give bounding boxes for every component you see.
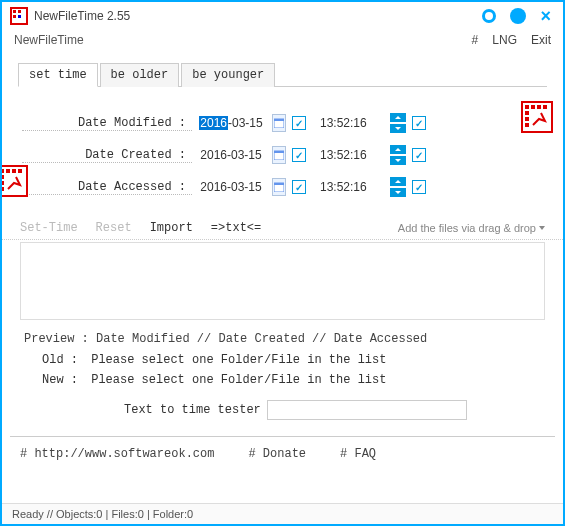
- svg-rect-7: [531, 105, 535, 109]
- minimize-button[interactable]: [482, 9, 496, 23]
- footer-links: # http://www.softwareok.com # Donate # F…: [2, 443, 563, 465]
- label-created: Date Created :: [22, 148, 192, 163]
- file-drop-area[interactable]: [20, 242, 545, 320]
- check-accessed-date[interactable]: [292, 180, 306, 194]
- svg-rect-1: [13, 10, 16, 13]
- svg-rect-26: [274, 183, 284, 185]
- tab-strip: set time be older be younger: [18, 62, 547, 87]
- menubar: NewFileTime # LNG Exit: [2, 30, 563, 54]
- check-accessed-time[interactable]: [412, 180, 426, 194]
- tester-label: Text to time tester: [124, 403, 261, 417]
- tab-content: Date Modified : 2016-03-15 13:52:16 Date…: [2, 87, 563, 215]
- svg-rect-16: [12, 169, 16, 173]
- toolbar: Set-Time Reset Import =>txt<= Add the fi…: [2, 215, 563, 240]
- svg-rect-4: [18, 15, 21, 18]
- reset-button[interactable]: Reset: [96, 221, 132, 235]
- tester-row: Text to time tester: [2, 390, 563, 430]
- svg-rect-2: [18, 10, 21, 13]
- menu-hash[interactable]: #: [472, 33, 479, 47]
- date-modified-value[interactable]: 2016-03-15: [192, 116, 270, 130]
- svg-rect-3: [13, 15, 16, 18]
- time-accessed-value[interactable]: 13:52:16: [320, 180, 380, 194]
- preview-new-msg: Please select one Folder/File in the lis…: [91, 373, 386, 387]
- clock-icon-left[interactable]: [0, 165, 28, 197]
- svg-rect-24: [274, 151, 284, 153]
- svg-rect-15: [6, 169, 10, 173]
- link-site[interactable]: # http://www.softwareok.com: [20, 447, 214, 461]
- check-modified-time[interactable]: [412, 116, 426, 130]
- check-modified-date[interactable]: [292, 116, 306, 130]
- row-modified: Date Modified : 2016-03-15 13:52:16: [22, 109, 543, 137]
- spinner-modified[interactable]: [390, 112, 406, 134]
- spinner-created[interactable]: [390, 144, 406, 166]
- svg-rect-20: [0, 187, 4, 191]
- calendar-icon[interactable]: [272, 146, 286, 164]
- link-faq[interactable]: # FAQ: [340, 447, 376, 461]
- svg-rect-10: [525, 111, 529, 115]
- preview-header: Preview : Date Modified // Date Created …: [2, 328, 563, 350]
- calendar-icon[interactable]: [272, 114, 286, 132]
- tab-be-younger[interactable]: be younger: [181, 63, 275, 87]
- preview-new-row: New : Please select one Folder/File in t…: [2, 370, 563, 390]
- clock-icon-right[interactable]: [521, 101, 553, 133]
- close-button[interactable]: ×: [540, 6, 551, 27]
- date-accessed-value[interactable]: 2016-03-15: [192, 180, 270, 194]
- check-created-date[interactable]: [292, 148, 306, 162]
- divider: [10, 436, 555, 437]
- row-created: Date Created : 2016-03-15 13:52:16: [22, 141, 543, 169]
- set-time-button[interactable]: Set-Time: [20, 221, 78, 235]
- time-created-value[interactable]: 13:52:16: [320, 148, 380, 162]
- preview-old-row: Old : Please select one Folder/File in t…: [2, 350, 563, 370]
- add-files-dropdown[interactable]: Add the files via drag & drop: [398, 222, 545, 234]
- preview-new-label: New :: [42, 373, 84, 387]
- window-controls: ×: [482, 6, 555, 27]
- import-button[interactable]: Import: [150, 221, 193, 235]
- svg-rect-6: [525, 105, 529, 109]
- svg-rect-19: [0, 181, 4, 185]
- svg-rect-22: [274, 119, 284, 121]
- titlebar: NewFileTime 2.55 ×: [2, 2, 563, 30]
- preview-old-msg: Please select one Folder/File in the lis…: [91, 353, 386, 367]
- row-accessed: Date Accessed : 2016-03-15 13:52:16: [22, 173, 543, 201]
- svg-rect-9: [543, 105, 547, 109]
- app-name-label: NewFileTime: [14, 33, 472, 47]
- svg-rect-8: [537, 105, 541, 109]
- time-modified-value[interactable]: 13:52:16: [320, 116, 380, 130]
- svg-rect-17: [18, 169, 22, 173]
- tester-input[interactable]: [267, 400, 467, 420]
- calendar-icon[interactable]: [272, 178, 286, 196]
- window-title: NewFileTime 2.55: [34, 9, 482, 23]
- spinner-accessed[interactable]: [390, 176, 406, 198]
- preview-old-label: Old :: [42, 353, 84, 367]
- svg-rect-12: [525, 123, 529, 127]
- svg-rect-18: [0, 175, 4, 179]
- app-icon: [10, 7, 28, 25]
- label-modified: Date Modified :: [22, 116, 192, 131]
- svg-rect-11: [525, 117, 529, 121]
- label-accessed: Date Accessed :: [22, 180, 192, 195]
- link-donate[interactable]: # Donate: [248, 447, 306, 461]
- check-created-time[interactable]: [412, 148, 426, 162]
- maximize-button[interactable]: [510, 8, 526, 24]
- menu-exit[interactable]: Exit: [531, 33, 551, 47]
- status-bar: Ready // Objects:0 | Files:0 | Folder:0: [2, 503, 563, 524]
- tab-be-older[interactable]: be older: [100, 63, 180, 87]
- svg-rect-14: [0, 169, 4, 173]
- menu-lng[interactable]: LNG: [492, 33, 517, 47]
- txt-button[interactable]: =>txt<=: [211, 221, 261, 235]
- tab-set-time[interactable]: set time: [18, 63, 98, 87]
- date-created-value[interactable]: 2016-03-15: [192, 148, 270, 162]
